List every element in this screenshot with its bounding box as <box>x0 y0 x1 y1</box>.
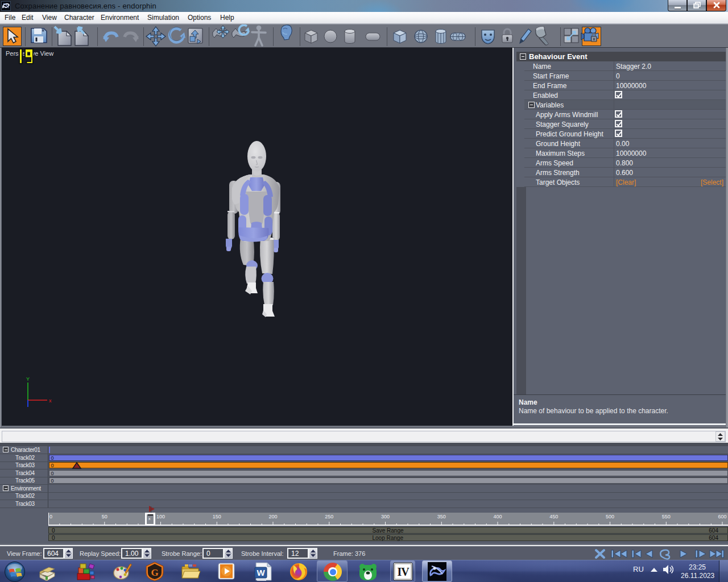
svg-text:50: 50 <box>102 514 107 519</box>
svg-text:550: 550 <box>662 514 671 519</box>
svg-text:400: 400 <box>493 514 502 519</box>
svg-text:200: 200 <box>268 514 277 519</box>
svg-text:100: 100 <box>156 514 165 519</box>
svg-text:300: 300 <box>381 514 390 519</box>
svg-text:x: x <box>49 398 52 404</box>
svg-text:150: 150 <box>213 514 221 519</box>
svg-text:600: 600 <box>718 514 726 519</box>
svg-text:0: 0 <box>49 514 52 519</box>
svg-text:W: W <box>257 568 265 577</box>
svg-text:Y: Y <box>26 376 30 382</box>
svg-text:250: 250 <box>325 514 333 519</box>
svg-text:350: 350 <box>437 514 446 519</box>
svg-text:IV: IV <box>397 566 410 578</box>
svg-text:G: G <box>151 567 158 578</box>
svg-text:500: 500 <box>606 514 614 519</box>
svg-text:450: 450 <box>549 514 558 519</box>
